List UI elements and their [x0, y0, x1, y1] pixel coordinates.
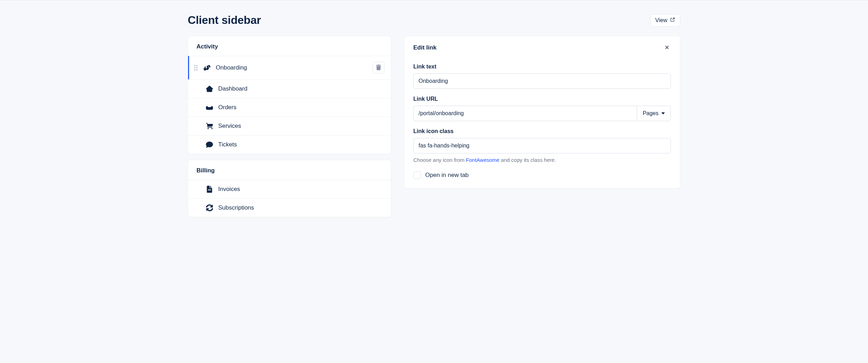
sidebar-section-activity: Activity Onboarding — [188, 36, 391, 154]
link-text-label: Link text — [413, 64, 671, 70]
sidebar-item-label: Orders — [218, 104, 385, 111]
pages-dropdown-label: Pages — [643, 110, 659, 117]
section-heading-activity: Activity — [188, 36, 391, 56]
sidebar-item-label: Services — [218, 123, 385, 130]
page-title: Client sidebar — [188, 14, 261, 27]
hands-helping-icon — [203, 64, 211, 71]
help-text: Choose any icon from FontAwesome and cop… — [413, 157, 671, 163]
link-text-input[interactable] — [413, 73, 671, 89]
help-text-prefix: Choose any icon from — [413, 157, 466, 163]
sidebar-item-label: Invoices — [218, 186, 385, 193]
sidebar-item-label: Tickets — [218, 141, 385, 148]
sidebar-item-tickets[interactable]: Tickets — [188, 135, 391, 154]
inbox-icon — [206, 104, 213, 111]
link-url-label: Link URL — [413, 96, 671, 102]
edit-link-panel: Edit link Link text Link URL — [404, 36, 680, 189]
chevron-down-icon — [661, 112, 665, 114]
home-icon — [206, 85, 213, 92]
sidebar-item-invoices[interactable]: Invoices — [188, 180, 391, 198]
link-icon-input[interactable] — [413, 138, 671, 153]
sidebar-item-orders[interactable]: Orders — [188, 98, 391, 117]
open-new-tab-label: Open in new tab — [425, 172, 469, 179]
link-url-input[interactable] — [413, 106, 637, 121]
sync-icon — [206, 204, 213, 211]
view-button[interactable]: View — [650, 14, 680, 27]
section-heading-billing: Billing — [188, 160, 391, 180]
external-link-icon — [670, 17, 675, 24]
sidebar-item-onboarding[interactable]: Onboarding — [188, 56, 391, 79]
sidebar-item-label: Subscriptions — [218, 204, 385, 211]
sidebar-section-billing: Billing Invoices Subscriptions — [188, 160, 391, 217]
trash-icon — [376, 65, 381, 71]
sidebar-item-label: Onboarding — [216, 64, 368, 71]
cart-icon — [206, 123, 213, 130]
sidebar-item-subscriptions[interactable]: Subscriptions — [188, 198, 391, 217]
view-button-label: View — [655, 17, 667, 24]
link-icon-label: Link icon class — [413, 128, 671, 134]
close-button[interactable] — [663, 43, 671, 52]
comment-icon — [206, 141, 213, 148]
sidebar-item-services[interactable]: Services — [188, 117, 391, 135]
delete-button[interactable] — [373, 62, 385, 74]
help-text-suffix: and copy its class here. — [500, 157, 556, 163]
fontawesome-link[interactable]: FontAwesome — [466, 157, 500, 163]
sidebar-item-dashboard[interactable]: Dashboard — [188, 79, 391, 98]
panel-title: Edit link — [413, 44, 436, 51]
pages-dropdown[interactable]: Pages — [637, 106, 671, 121]
open-new-tab-checkbox[interactable] — [413, 171, 421, 179]
drag-handle-icon[interactable] — [194, 65, 198, 71]
sidebar-item-label: Dashboard — [218, 85, 385, 92]
file-icon — [206, 186, 213, 193]
close-icon — [665, 44, 669, 51]
